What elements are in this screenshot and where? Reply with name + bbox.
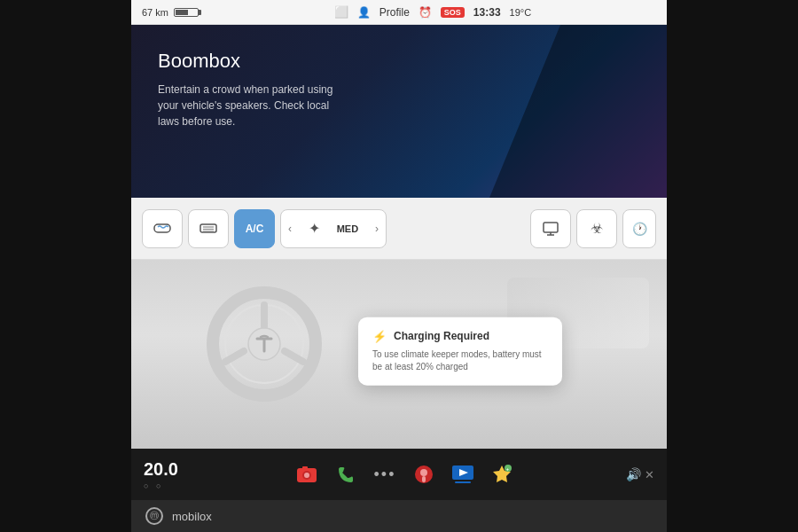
svg-line-12 [285,351,303,362]
speed-dots: ○ ○ [144,481,183,490]
fan-icon: ✦ [309,220,320,237]
ac-label: A/C [246,223,264,235]
volume-mute-label: ✕ [645,468,654,481]
svg-text:+: + [506,466,509,472]
mobilox-icon: ⓜ [145,507,163,525]
taskbar: 20.0 ○ ○ ••• [131,449,667,500]
front-defrost-button[interactable] [142,209,183,248]
volume-control[interactable]: 🔊 ✕ [626,467,654,481]
svg-point-20 [304,473,309,478]
time-display: 13:33 [473,6,501,19]
status-left: 67 km [142,7,199,18]
climate-bar: A/C ‹ ✦ MED › ☣ 🕐 [131,198,667,260]
status-center: ⬜ 👤 Profile ⏰ SOS 13:33 19°C [334,5,531,19]
tesla-screen: 67 km ⬜ 👤 Profile ⏰ SOS 13:33 19°C Boomb… [131,0,667,532]
svg-rect-21 [302,466,308,469]
speed-area: 20.0 ○ ○ [144,459,183,490]
alarm-icon: ⏰ [419,6,432,19]
screen-icon: ⬜ [334,5,348,19]
charging-popup: ⚡ Charging Required To use climate keepe… [358,317,562,385]
battery-indicator [174,8,199,17]
ac-button[interactable]: A/C [234,209,275,248]
steering-wheel [207,286,322,402]
speed-value: 20.0 [144,459,183,480]
display-button[interactable] [530,209,571,248]
speed-reading: 67 km [142,7,168,18]
taskbar-icons: ••• + [195,460,614,489]
clock-button[interactable]: 🕐 [622,209,656,248]
profile-label[interactable]: Profile [379,6,410,19]
joystick-app-icon[interactable] [410,460,438,489]
charging-popup-header: ⚡ Charging Required [372,329,548,342]
camera-app-icon[interactable] [293,460,321,489]
sos-badge[interactable]: SOS [441,7,465,18]
mobilox-label: mobilox [172,510,212,523]
favorites-app-icon[interactable]: + [488,460,516,489]
dots-app-icon[interactable]: ••• [371,460,399,489]
boombox-section: Boombox Entertain a crowd when parked us… [131,25,667,198]
charging-description: To use climate keeper modes, battery mus… [372,348,548,372]
svg-rect-27 [455,481,471,483]
media-app-icon[interactable] [449,460,477,489]
fan-decrease-arrow[interactable]: ‹ [288,223,292,235]
boombox-content: Boombox Entertain a crowd when parked us… [131,25,667,154]
mobilox-bar: ⓜ mobilox [131,500,667,532]
car-interior-section: ⚡ Charging Required To use climate keepe… [131,260,667,449]
battery-fill [176,10,188,15]
svg-rect-5 [544,223,558,232]
right-black-bar [667,0,798,532]
svg-rect-24 [422,476,426,482]
fan-speed-label: MED [337,223,358,234]
svg-line-11 [225,351,244,362]
fan-increase-arrow[interactable]: › [375,223,379,235]
phone-app-icon[interactable] [332,460,360,489]
fan-control[interactable]: ‹ ✦ MED › [280,209,387,248]
boombox-title: Boombox [158,50,640,73]
biohazard-button[interactable]: ☣ [576,209,617,248]
svg-point-23 [420,469,427,476]
boombox-description: Entertain a crowd when parked using your… [158,82,353,129]
status-bar: 67 km ⬜ 👤 Profile ⏰ SOS 13:33 19°C [131,0,667,25]
left-black-bar [0,0,131,532]
car-interior-bg: ⚡ Charging Required To use climate keepe… [131,260,667,449]
clock-icon: 🕐 [632,222,647,236]
temperature-display: 19°C [510,7,532,18]
charging-title: Charging Required [394,330,489,342]
volume-icon: 🔊 [626,467,641,481]
rear-defrost-button[interactable] [188,209,229,248]
profile-icon[interactable]: 👤 [357,6,371,19]
biohazard-icon: ☣ [591,220,603,237]
charging-icon: ⚡ [372,329,387,342]
